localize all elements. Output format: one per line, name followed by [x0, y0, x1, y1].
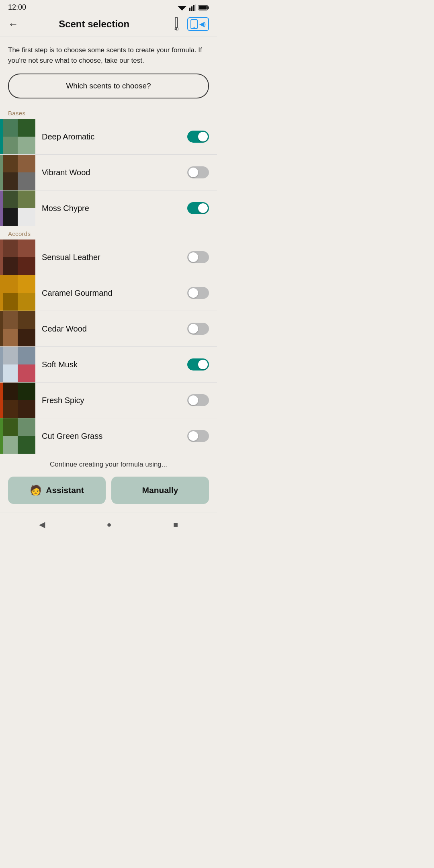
scent-toggle[interactable] [187, 131, 209, 143]
list-item: Caramel Gourmand [0, 275, 217, 311]
list-item: Sensual Leather [0, 240, 217, 275]
scent-thumb-grid [0, 383, 35, 418]
svg-rect-3 [189, 8, 190, 11]
description-text: The first step is to choose some scents … [0, 37, 217, 70]
scent-toggle[interactable] [187, 251, 209, 263]
wifi-icon [178, 4, 186, 11]
list-item: Deep Aromatic [0, 119, 217, 155]
scent-name: Sensual Leather [35, 253, 187, 262]
scent-color-bar [0, 383, 3, 418]
scent-thumb-grid [0, 155, 35, 190]
scent-thumbnail [0, 311, 35, 346]
list-item: Cedar Wood [0, 311, 217, 347]
list-item: Cut Green Grass [0, 418, 217, 454]
scent-toggle[interactable] [187, 202, 209, 214]
scent-thumbnail [0, 119, 35, 154]
scent-name: Deep Aromatic [35, 132, 187, 141]
status-time: 12:00 [8, 3, 26, 12]
top-nav: ← Scent selection ◀) ◀) [0, 14, 217, 37]
list-item: Moss Chypre [0, 190, 217, 226]
scent-thumbnail [0, 275, 35, 311]
scent-toggle[interactable] [187, 166, 209, 178]
list-item: Vibrant Wood [0, 155, 217, 190]
scent-thumb-grid [0, 418, 35, 454]
footer-buttons: 🧑 Assistant Manually [0, 473, 217, 512]
android-back-button[interactable]: ◀ [39, 520, 45, 529]
svg-rect-4 [191, 6, 192, 11]
scent-color-bar [0, 275, 3, 311]
quiz-button-wrapper: Which scents to choose? [0, 70, 217, 106]
scent-toggle[interactable] [187, 394, 209, 406]
svg-text:◀): ◀) [174, 27, 179, 31]
scent-thumbnail [0, 155, 35, 190]
svg-rect-5 [193, 5, 194, 11]
scent-sections: BasesDeep AromaticVibrant WoodMoss Chypr… [0, 106, 217, 454]
list-item: Fresh Spicy [0, 383, 217, 418]
scent-thumbnail [0, 418, 35, 454]
quiz-button[interactable]: Which scents to choose? [8, 74, 209, 98]
scent-toggle[interactable] [187, 323, 209, 335]
stick-device-icon[interactable]: ◀) [170, 17, 183, 31]
scent-thumbnail [0, 240, 35, 275]
scent-thumb-grid [0, 347, 35, 382]
signal-icon [189, 4, 196, 11]
scent-name: Caramel Gourmand [35, 289, 187, 298]
footer-text: Continue creating your formula using... [0, 454, 217, 473]
tablet-device-icon[interactable]: ◀) [187, 17, 209, 31]
section-label: Accords [0, 226, 217, 240]
svg-marker-2 [181, 9, 183, 10]
scent-name: Fresh Spicy [35, 396, 187, 405]
scent-name: Cut Green Grass [35, 432, 187, 441]
svg-rect-6 [195, 4, 196, 11]
android-home-button[interactable]: ● [106, 520, 111, 529]
android-recent-button[interactable]: ■ [173, 520, 178, 529]
scent-list: Sensual LeatherCaramel GourmandCedar Woo… [0, 240, 217, 454]
scent-name: Cedar Wood [35, 324, 187, 334]
scent-color-bar [0, 347, 3, 382]
scent-color-bar [0, 119, 3, 154]
scent-thumbnail [0, 383, 35, 418]
scent-color-bar [0, 418, 3, 454]
scent-thumb-grid [0, 275, 35, 311]
scent-name: Moss Chypre [35, 204, 187, 213]
status-bar: 12:00 [0, 0, 217, 14]
scent-name: Vibrant Wood [35, 168, 187, 177]
assistant-label: Assistant [46, 485, 84, 495]
nav-device-icons: ◀) ◀) [170, 17, 209, 31]
assistant-icon: 🧑 [30, 485, 42, 496]
svg-rect-8 [208, 6, 209, 9]
list-item: Soft Musk [0, 347, 217, 383]
page-title: Scent selection [18, 18, 170, 30]
svg-rect-9 [199, 6, 207, 9]
battery-icon [199, 5, 209, 10]
status-icons [178, 4, 209, 11]
back-button[interactable]: ← [8, 19, 18, 29]
svg-point-13 [194, 27, 195, 28]
scent-list: Deep AromaticVibrant WoodMoss Chypre [0, 119, 217, 226]
android-nav-bar: ◀ ● ■ [0, 512, 217, 536]
assistant-button[interactable]: 🧑 Assistant [8, 477, 106, 504]
scent-toggle[interactable] [187, 287, 209, 299]
scent-color-bar [0, 190, 3, 226]
section-label: Bases [0, 106, 217, 119]
scent-thumb-grid [0, 311, 35, 346]
manually-label: Manually [142, 485, 178, 495]
scent-color-bar [0, 311, 3, 346]
scent-name: Soft Musk [35, 360, 187, 369]
scent-color-bar [0, 155, 3, 190]
scent-toggle[interactable] [187, 358, 209, 371]
manually-button[interactable]: Manually [111, 477, 209, 504]
scent-toggle[interactable] [187, 430, 209, 442]
scent-thumb-grid [0, 240, 35, 275]
scent-color-bar [0, 240, 3, 275]
scent-thumb-grid [0, 190, 35, 226]
scent-thumbnail [0, 347, 35, 382]
scent-thumbnail [0, 190, 35, 226]
scent-thumb-grid [0, 119, 35, 154]
